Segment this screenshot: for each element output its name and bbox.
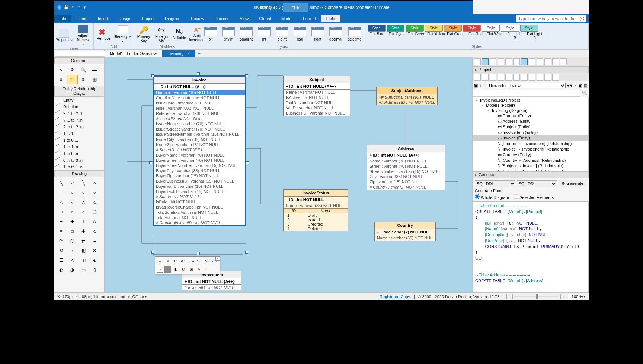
- tree-node[interactable]: ▭ Country (Entity): [473, 152, 588, 158]
- entity-field[interactable]: Reference : varchar (20) NOT NULL: [154, 111, 245, 116]
- type-bit[interactable]: bit: [203, 26, 218, 42]
- menu-diagram[interactable]: Diagram: [160, 15, 186, 22]
- opt2-icon[interactable]: ▦: [583, 83, 587, 88]
- selection-toolbar[interactable]: × + 👁 1:1 0:1 m:n 1:n 0:n n:1 ▪ ◧ ◐ ▣ ✎ …: [155, 256, 220, 274]
- add-node-icon[interactable]: +: [479, 83, 482, 88]
- entity-pk[interactable]: + ID : int NOT NULL: [284, 197, 348, 203]
- doc-tab[interactable]: Invoicing×: [162, 50, 195, 57]
- opt-icon[interactable]: ▣: [578, 83, 582, 88]
- toolbox-common-header[interactable]: Common: [54, 57, 104, 64]
- remove-node-icon[interactable]: −: [483, 83, 485, 88]
- entity-field[interactable]: # Status : int NOT NULL: [154, 194, 245, 199]
- entity-pk[interactable]: + ID : int NOT NULL {A++}: [284, 83, 350, 90]
- drawing-tool[interactable]: △: [78, 197, 89, 207]
- add-tab-button[interactable]: +: [195, 51, 203, 57]
- drawing-tool[interactable]: ☰: [55, 255, 67, 265]
- toolbox-item[interactable]: Entity: [54, 97, 104, 103]
- project-tree[interactable]: ▪ InvoicingERD (Project)▪ Model1 (Folder…: [473, 97, 589, 171]
- drawing-tool[interactable]: ⇄: [78, 236, 89, 246]
- nullable-button[interactable]: N✕Nullable: [172, 27, 187, 41]
- entity-field[interactable]: # IssuerID : int NOT NULL: [154, 116, 245, 121]
- ricon[interactable]: [529, 58, 535, 65]
- eye-icon[interactable]: 👁: [164, 258, 171, 265]
- rel-mn[interactable]: m:n: [188, 258, 195, 265]
- entity-field[interactable]: # InvoiceID : int NOT NULL: [182, 285, 241, 290]
- drawing-tool[interactable]: ✦: [55, 217, 67, 226]
- toolbox-erd-header[interactable]: Entity Relationship Diagr..: [54, 86, 104, 97]
- ricon[interactable]: [560, 58, 567, 65]
- ricon[interactable]: [498, 58, 504, 65]
- entity-field[interactable]: BusinessID : varchar NOT NULL: [284, 110, 350, 116]
- generate-button[interactable]: ⚙ Generate: [559, 180, 586, 187]
- entity-subject[interactable]: Subject + ID : int NOT NULL {A++} Name :…: [283, 76, 350, 116]
- toolbox-item[interactable]: Relation: [54, 103, 104, 110]
- drawing-tool[interactable]: ↗: [67, 178, 78, 188]
- drawing-tool[interactable]: ▯: [89, 265, 100, 275]
- paint-tool[interactable]: ▬: [89, 65, 100, 75]
- entity-field[interactable]: City : varchar (35) NOT NULL: [367, 174, 445, 179]
- toolbox-item[interactable]: 1 to 0..1: [54, 137, 104, 144]
- drawing-tool[interactable]: ✚: [78, 226, 89, 236]
- adjust-names-button[interactable]: Adjust Names▾: [74, 24, 91, 47]
- type-int[interactable]: int: [257, 26, 272, 42]
- style-chip-6[interactable]: Style: [482, 25, 500, 32]
- drawing-tool[interactable]: ▽: [67, 197, 78, 207]
- style-chip-4[interactable]: Style: [444, 25, 462, 32]
- qat-redo-icon[interactable]: ↷: [77, 5, 81, 10]
- ricon[interactable]: [482, 58, 489, 65]
- menu-home[interactable]: Home: [71, 15, 93, 22]
- drawing-tool[interactable]: ◇: [89, 197, 100, 207]
- drawing-tool[interactable]: ○: [67, 188, 78, 197]
- entity-address[interactable]: Address + ID : int NOT NULL {A++} Name :…: [367, 145, 445, 190]
- entity-field[interactable]: CreationDate : datetime NOT NULL: [154, 95, 245, 100]
- drawing-tool[interactable]: ○: [78, 188, 89, 197]
- zoom-dropdown-icon[interactable]: ▾: [583, 294, 586, 299]
- rel-11[interactable]: 1:1: [172, 258, 179, 265]
- project-panel-header[interactable]: Project: [479, 67, 491, 72]
- remove-button[interactable]: ✖Remove: [96, 26, 111, 42]
- entity-field[interactable]: # BuyerID : int NOT NULL: [154, 147, 245, 152]
- close-icon[interactable]: ×: [215, 256, 220, 261]
- entity-field[interactable]: BuyerStreetNumber : varchar (15) NOT NUL…: [154, 163, 245, 168]
- drawing-tool[interactable]: △: [55, 197, 67, 207]
- drawing-tool[interactable]: ⬠: [89, 207, 100, 217]
- entity-invoicestatus[interactable]: InvoiceStatus + ID : int NOT NULL Name :…: [283, 189, 348, 231]
- entity-field[interactable]: StreetNumber : varchar (15) NOT NULL: [367, 169, 445, 174]
- gen-type-select[interactable]: SQL DDL: [475, 180, 515, 187]
- drawing-tool[interactable]: ○: [89, 178, 100, 188]
- sort-icon[interactable]: ↕: [575, 83, 577, 88]
- drawing-tool[interactable]: T: [78, 217, 89, 226]
- drawing-tool[interactable]: ╲: [78, 178, 89, 188]
- toolbox-item[interactable]: 1 to 1..n: [54, 144, 104, 150]
- drawing-tool[interactable]: ○: [89, 188, 100, 197]
- toolbox-item[interactable]: 1 to 1: [54, 130, 104, 137]
- ricon[interactable]: [513, 58, 520, 65]
- tree-node[interactable]: ╲ [Country → Address] (Relationship): [473, 158, 588, 163]
- project-search[interactable]: [473, 90, 580, 97]
- ricon[interactable]: [537, 58, 543, 65]
- entity-field[interactable]: TaxID : varchar NOT NULL: [284, 100, 350, 105]
- zoom-out-button[interactable]: −: [506, 294, 512, 299]
- ticon[interactable]: [544, 74, 551, 81]
- status-registered[interactable]: Registered Copy.: [380, 294, 411, 299]
- tree-node[interactable]: ▪ InvoicingERD (Project): [473, 97, 588, 103]
- view-select[interactable]: Hierarchical View: [487, 83, 566, 88]
- drawing-tool[interactable]: □: [55, 207, 67, 217]
- toolbox-item[interactable]: ?..1 to ?..1: [54, 110, 104, 117]
- entity-field[interactable]: IsPaid : bit NOT NULL: [154, 199, 245, 204]
- type-bigint[interactable]: bigint: [275, 26, 289, 42]
- type-tinyint[interactable]: tinyint: [221, 26, 236, 42]
- paste-icon[interactable]: ✎: [196, 266, 202, 273]
- entity-field[interactable]: TotalVat : real NOT NULL: [154, 215, 245, 220]
- diagram-canvas[interactable]: Invoice + ID : int NOT NULL {A++} Number…: [105, 57, 473, 292]
- toolbox-search[interactable]: [55, 51, 107, 57]
- style-chip-3[interactable]: Style: [425, 25, 443, 32]
- ticon[interactable]: [474, 74, 481, 81]
- gen-template-select[interactable]: SQL DDL: [517, 180, 557, 187]
- stereotype-button[interactable]: Stereotype▾: [114, 25, 131, 44]
- ticon[interactable]: [482, 74, 489, 81]
- toolbox-item[interactable]: 1 to 0..n: [54, 150, 104, 157]
- ticon[interactable]: [505, 74, 512, 81]
- drawing-tool[interactable]: ⟳: [55, 236, 67, 246]
- menu-view[interactable]: View: [235, 15, 254, 22]
